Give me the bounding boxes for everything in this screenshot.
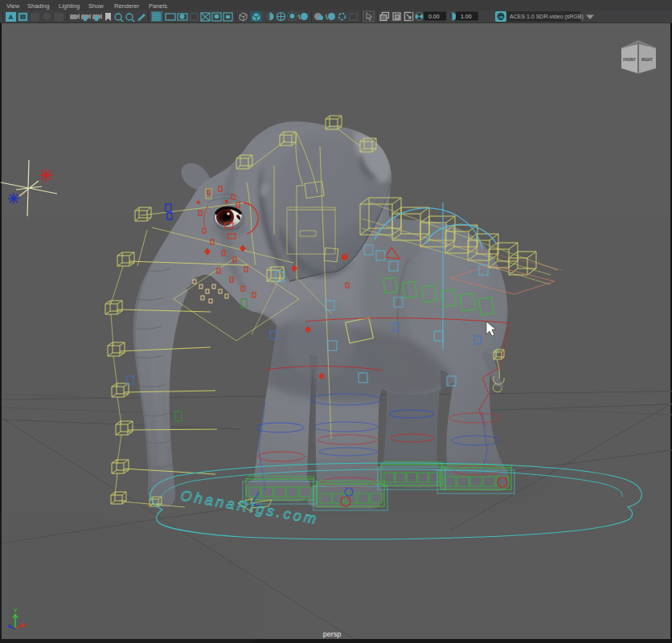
svg-text:Shading: Shading [27, 2, 50, 10]
svg-text:persp: persp [323, 630, 342, 638]
svg-text:A: A [9, 14, 14, 21]
svg-text:1.00: 1.00 [461, 14, 472, 19]
svg-text:RIGHT: RIGHT [641, 58, 653, 62]
svg-text:0.00: 0.00 [428, 14, 440, 19]
svg-text:FRONT: FRONT [623, 58, 636, 62]
svg-text:Lighting: Lighting [59, 2, 80, 10]
svg-text:x: x [7, 623, 10, 629]
svg-text:Renderer: Renderer [114, 2, 140, 10]
svg-text:Panels: Panels [149, 2, 167, 10]
svg-text:Show: Show [88, 2, 104, 10]
svg-text:Y: Y [14, 608, 18, 613]
svg-text:ON: ON [498, 15, 503, 19]
svg-text:ACES 1.0 SDR-video (sRGB): ACES 1.0 SDR-video (sRGB) [510, 14, 584, 20]
svg-text:View: View [6, 2, 20, 10]
